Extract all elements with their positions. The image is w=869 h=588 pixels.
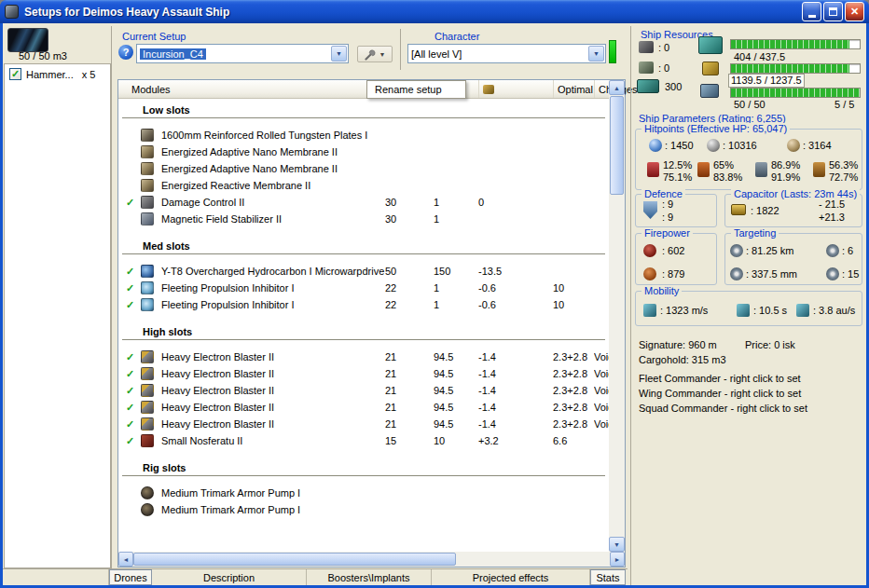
- module-cpu-value: 30: [385, 197, 434, 208]
- module-row[interactable]: ✓Heavy Electron Blaster II2194.5-1.42.3+…: [118, 382, 609, 399]
- help-icon[interactable]: ?: [118, 45, 133, 60]
- module-powergrid-value: 94.5: [434, 385, 478, 396]
- thermal-resist-armor: 83.8%: [713, 171, 742, 184]
- tab-stats[interactable]: Stats: [590, 569, 626, 585]
- targeting-label: Targeting: [731, 227, 779, 239]
- turret-hardpoints-icon: [639, 41, 654, 53]
- module-row[interactable]: Energized Reactive Membrane II: [118, 177, 609, 194]
- scroll-right-button[interactable]: ►: [610, 552, 625, 567]
- squad-commander-hint[interactable]: Squad Commander - right click to set: [639, 403, 807, 415]
- minimize-button[interactable]: [802, 2, 821, 21]
- module-row[interactable]: ✓Heavy Electron Blaster II2194.5-1.42.3+…: [118, 365, 609, 382]
- module-icon-cell: [141, 265, 161, 278]
- nos-module-icon: [141, 434, 154, 447]
- tabbar-spacer: [3, 569, 109, 585]
- module-icon-cell: [141, 367, 161, 380]
- hull-icon: [787, 139, 800, 152]
- membrane-module-icon: [141, 162, 154, 175]
- fitted-check-icon: ✓: [126, 282, 141, 294]
- checkbox-check-icon: ✓: [11, 69, 20, 79]
- mobility-label: Mobility: [641, 285, 682, 297]
- module-capacitor-value: +3.2: [478, 435, 553, 446]
- scroll-left-button[interactable]: ◄: [118, 552, 133, 567]
- setup-combobox[interactable]: Incursion_C4 ▼: [136, 44, 349, 63]
- horizontal-scrollbar[interactable]: ◄ ►: [118, 552, 625, 567]
- module-row[interactable]: ✓Fleeting Propulsion Inhibitor I221-0.61…: [118, 296, 609, 313]
- tab-boosters-implants[interactable]: Boosters\Implants: [307, 569, 432, 585]
- module-name: Heavy Electron Blaster II: [161, 418, 385, 430]
- maximize-button[interactable]: [823, 2, 843, 21]
- scroll-down-button[interactable]: ▼: [609, 537, 625, 552]
- module-cpu-value: 21: [385, 351, 434, 362]
- titlebar[interactable]: Setups for Deimos Heavy Assault Ship ✕: [0, 0, 869, 23]
- module-powergrid-value: 94.5: [434, 351, 478, 362]
- character-combobox[interactable]: [All level V] ▼: [407, 44, 606, 63]
- skill-level-indicator: [609, 40, 616, 63]
- column-header-optimal[interactable]: Optimal: [553, 80, 594, 98]
- module-row[interactable]: ✓Heavy Electron Blaster II2194.5-1.42.3+…: [118, 349, 609, 365]
- dps-icon: [643, 244, 656, 257]
- firepower-group: Firepower : 602 : 879: [635, 233, 717, 285]
- kinetic-resist-icon: [755, 162, 767, 177]
- module-name: Heavy Electron Blaster II: [161, 385, 385, 396]
- column-header-capacitor[interactable]: [478, 80, 553, 98]
- module-row[interactable]: Magnetic Field Stabilizer II301: [118, 211, 609, 227]
- eft-window: Setups for Deimos Heavy Assault Ship ✕ 5…: [0, 0, 869, 588]
- wing-commander-hint[interactable]: Wing Commander - right click to set: [639, 388, 801, 400]
- dronebay-icon: [700, 84, 719, 98]
- module-cpu-value: 21: [385, 385, 434, 396]
- drone-checkbox[interactable]: ✓: [9, 68, 21, 80]
- horizontal-scroll-thumb[interactable]: [133, 553, 456, 566]
- module-capacitor-value: -1.4: [478, 351, 553, 362]
- module-powergrid-value: 94.5: [434, 402, 478, 413]
- close-button[interactable]: ✕: [845, 2, 864, 21]
- warp-speed-icon: [796, 304, 809, 317]
- module-optimal-value: 2.3+2.8: [553, 385, 594, 396]
- drones-count-text: 5 / 5: [835, 99, 854, 111]
- module-powergrid-value: 10: [434, 435, 478, 446]
- powergrid-icon: [702, 62, 719, 75]
- tab-drones[interactable]: Drones: [109, 569, 152, 585]
- module-row[interactable]: ✓Y-T8 Overcharged Hydrocarbon I Microwar…: [118, 263, 609, 280]
- membrane-module-icon: [141, 145, 154, 158]
- module-icon-cell: [141, 401, 161, 414]
- module-optimal-value: 2.3+2.8: [553, 368, 594, 379]
- setup-combobox-arrow-icon[interactable]: ▼: [331, 46, 347, 62]
- armor-hp-value: : 10316: [723, 140, 757, 152]
- fitted-check-icon: ✓: [126, 402, 141, 414]
- module-capacitor-value: -13.5: [478, 266, 553, 277]
- speed-icon: [643, 304, 656, 317]
- window-title: Setups for Deimos Heavy Assault Ship: [24, 6, 802, 19]
- module-row[interactable]: ✓Heavy Electron Blaster II2194.5-1.42.3+…: [118, 416, 609, 432]
- setup-tools-button[interactable]: ▼: [357, 46, 393, 62]
- module-row[interactable]: ✓Heavy Electron Blaster II2194.5-1.42.3+…: [118, 399, 609, 416]
- vertical-scrollbar[interactable]: ▲ ▼: [609, 80, 625, 552]
- module-row[interactable]: Energized Adaptive Nano Membrane II: [118, 160, 609, 177]
- module-row[interactable]: ✓Small Nosferatu II1510+3.26.6: [118, 432, 609, 449]
- module-name: Medium Trimark Armor Pump I: [161, 487, 385, 499]
- capacitor-column-icon: [483, 85, 494, 94]
- fleet-commander-hint[interactable]: Fleet Commander - right click to set: [639, 373, 801, 385]
- module-row[interactable]: Medium Trimark Armor Pump I: [118, 501, 609, 518]
- character-combobox-arrow-icon[interactable]: ▼: [588, 46, 604, 62]
- tab-projected-effects[interactable]: Projected effects: [432, 569, 590, 585]
- module-icon-cell: [141, 281, 161, 294]
- drone-list-item[interactable]: ✓ Hammer... x 5: [5, 64, 110, 80]
- em-resist-armor: 75.1%: [663, 171, 692, 184]
- module-charge-value: Void M: [594, 368, 609, 379]
- column-header-modules[interactable]: Modules: [126, 80, 385, 98]
- scroll-up-button[interactable]: ▲: [609, 80, 625, 95]
- module-row[interactable]: ✓Fleeting Propulsion Inhibitor I221-0.61…: [118, 280, 609, 296]
- module-row[interactable]: ✓Damage Control II3010: [118, 194, 609, 211]
- warp-speed-value: : 3.8 au/s: [813, 305, 855, 317]
- plate-module-icon: [141, 129, 154, 142]
- module-row[interactable]: Energized Adaptive Nano Membrane II: [118, 144, 609, 160]
- rename-setup-menu-item[interactable]: Rename setup: [366, 80, 466, 99]
- vertical-scroll-thumb[interactable]: [610, 96, 624, 195]
- module-row[interactable]: 1600mm Reinforced Rolled Tungsten Plates…: [118, 127, 609, 144]
- mobility-group: Mobility : 1323 m/s : 10.5 s : 3.8 au/s: [635, 291, 862, 326]
- hitpoints-label: Hitpoints (Effective HP: 65,047): [641, 123, 790, 135]
- tab-description[interactable]: Description: [152, 569, 307, 585]
- module-row[interactable]: Medium Trimark Armor Pump I: [118, 485, 609, 501]
- module-cpu-value: 22: [385, 282, 434, 294]
